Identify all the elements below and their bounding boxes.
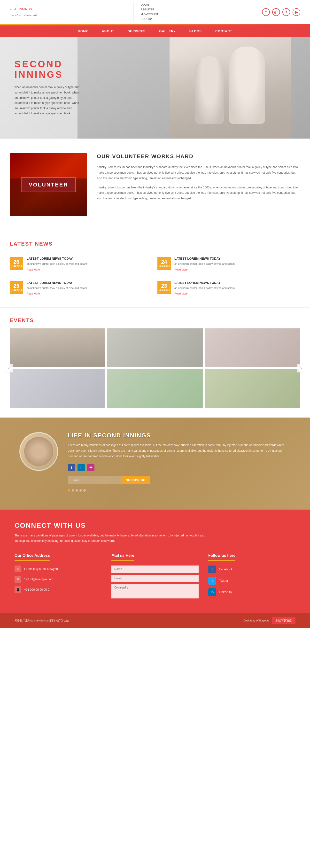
youtube-icon-top[interactable]: ▶	[292, 8, 300, 16]
office-email-item: ✉ 123 int@example.com	[14, 576, 102, 583]
news-headline-3: LATEST LOREM NEWS TODAY	[27, 281, 153, 285]
life-title: LIFE IN SECOND INNINGS	[68, 432, 290, 439]
nav-blogs[interactable]: BLOGS	[183, 25, 209, 37]
footer-right: Design by W3Layouts 剩以下载预览	[243, 617, 296, 624]
news-body-4: LATEST LOREM NEWS TODAY an unknown print…	[175, 281, 300, 296]
life-section: LIFE IN SECOND INNINGS There are many va…	[0, 417, 310, 509]
mail-name-input[interactable]	[112, 565, 198, 573]
events-section-title: EVENTS	[10, 317, 300, 323]
mail-form	[112, 565, 198, 601]
news-excerpt-2: an unknown printer took a galley of type…	[175, 262, 300, 266]
facebook-follow-icon: f	[208, 565, 216, 573]
news-excerpt-4: an unknown printer took a galley of type…	[175, 286, 300, 290]
news-item-2: 24 DEC,2014 LATEST LOREM NEWS TODAY an u…	[157, 254, 300, 274]
my-account-link[interactable]: MY ACCOUNT	[141, 12, 158, 17]
news-excerpt-1: an unknown printer took a galley of type…	[27, 262, 153, 266]
life-dot-3[interactable]	[75, 489, 78, 492]
follow-linkedin[interactable]: in Linked In	[208, 588, 296, 596]
volunteer-label: VOLUNTEER	[21, 177, 76, 192]
life-dot-1[interactable]	[68, 489, 70, 492]
events-next-arrow[interactable]: ›	[297, 364, 305, 372]
follow-facebook[interactable]: f Facebook	[208, 565, 296, 573]
volunteer-content: OUR VOLUNTEER WORKS HARD ndustry. Lorem …	[97, 153, 300, 205]
nav-contact[interactable]: CONTACT	[209, 25, 239, 37]
news-month-2: DEC,2014	[158, 265, 169, 268]
news-month-4: DEC,2014	[158, 289, 169, 291]
connect-text: There are many variations of passages of…	[14, 533, 208, 544]
phone-icon: 📱	[14, 586, 21, 593]
connect-title: CONNECT WITH US	[14, 522, 296, 529]
hero-title: SECOND INNINGS	[14, 59, 82, 80]
footer-left-text: 网络推广定制box.denleo.com/网络推广怎么做	[14, 619, 69, 622]
nav-gallery[interactable]: GALLERY	[152, 25, 183, 37]
logo-tagline: life after retirement	[10, 14, 37, 17]
footer-design-text: Design by W3Layouts	[243, 619, 269, 622]
nav-about[interactable]: ABOUT	[95, 25, 121, 37]
news-read-more-3[interactable]: Read More	[27, 292, 40, 295]
event-image-1	[10, 329, 105, 367]
main-nav: HOME ABOUT SERVICES GALLERY BLOGS CONTAC…	[0, 25, 310, 37]
news-day-1: 26	[13, 259, 19, 265]
mail-email-input[interactable]	[112, 575, 198, 582]
hero-section: SECOND INNINGS when an unknown printer t…	[0, 37, 310, 138]
events-prev-arrow[interactable]: ‹	[5, 364, 13, 372]
footer-download-button[interactable]: 剩以下载预览	[272, 617, 296, 624]
couple-image	[169, 37, 290, 138]
event-image-3	[205, 329, 300, 367]
life-dot-5[interactable]	[83, 489, 86, 492]
news-day-2: 24	[161, 259, 167, 265]
news-read-more-1[interactable]: Read More	[27, 268, 40, 271]
follow-us-title: Follow us here	[208, 553, 236, 561]
register-link[interactable]: REGISTER	[141, 7, 154, 12]
follow-twitter[interactable]: t Twitter	[208, 577, 296, 585]
volunteer-title: OUR VOLUNTEER WORKS HARD	[97, 153, 300, 160]
nav-services[interactable]: SERVICES	[121, 25, 153, 37]
hero-content: SECOND INNINGS when an unknown printer t…	[0, 44, 97, 131]
events-section: EVENTS ‹ ›	[0, 308, 310, 417]
office-address-col: Our Office Address ⌂ Lorem ipsy street,N…	[14, 553, 102, 601]
email-icon: ✉	[14, 576, 21, 583]
hero-image-area	[78, 37, 310, 138]
footer: 网络推广定制box.denleo.com/网络推广怎么做 Design by W…	[0, 613, 310, 628]
news-item-4: 23 DEC,2014 LATEST LOREM NEWS TODAY an u…	[157, 279, 300, 298]
volunteer-paragraph-1: ndustry. Lorem Ipsum has been the indust…	[97, 164, 300, 181]
hero-text: when an unknown printer took a galley of…	[14, 85, 82, 116]
life-facebook-icon[interactable]: f	[68, 464, 75, 471]
google-plus-icon-top[interactable]: g+	[272, 8, 280, 16]
news-date-1: 26 DEC,2014	[10, 257, 23, 270]
mail-comments-input[interactable]	[112, 584, 198, 598]
enquiry-link[interactable]: ENQUIRY	[141, 17, 153, 22]
nav-home[interactable]: HOME	[71, 25, 95, 37]
life-email-input[interactable]	[68, 476, 121, 485]
news-body-3: LATEST LOREM NEWS TODAY an unknown print…	[27, 281, 153, 296]
twitter-icon-top[interactable]: t	[282, 8, 290, 16]
volunteer-section: VOLUNTEER OUR VOLUNTEER WORKS HARD ndust…	[0, 139, 310, 231]
login-link[interactable]: LOGIN	[141, 2, 149, 7]
news-headline-2: LATEST LOREM NEWS TODAY	[175, 257, 300, 260]
facebook-follow-label: Facebook	[219, 567, 233, 571]
follow-us-col: Follow us here f Facebook t Twitter in L…	[208, 553, 296, 601]
event-image-4	[10, 369, 105, 408]
life-dot-2[interactable]	[72, 489, 74, 492]
news-date-2: 24 DEC,2014	[157, 257, 171, 270]
life-linkedin-icon[interactable]: in	[78, 464, 85, 471]
life-avatar	[20, 432, 58, 471]
news-read-more-2[interactable]: Read More	[175, 268, 187, 271]
news-grid: 26 DEC,2014 LATEST LOREM NEWS TODAY an u…	[10, 254, 300, 298]
news-read-more-4[interactable]: Read More	[175, 292, 187, 295]
logo-nd: nd	[13, 8, 16, 11]
linkedin-follow-icon: in	[208, 588, 216, 596]
volunteer-image: VOLUNTEER	[10, 153, 87, 216]
life-dot-4[interactable]	[80, 489, 82, 492]
subscribe-button[interactable]: SUBSCRIBE	[121, 476, 150, 485]
latest-news-section: LATEST NEWS 26 DEC,2014 LATEST LOREM NEW…	[0, 231, 310, 307]
facebook-icon-top[interactable]: f	[262, 8, 270, 16]
life-instagram-icon[interactable]: ☀	[87, 464, 94, 471]
connect-section: CONNECT WITH US There are many variation…	[0, 509, 310, 613]
avatar-face	[24, 437, 53, 466]
office-address-item: ⌂ Lorem ipsy street,Newyork	[14, 565, 102, 572]
mail-us-title: Mail us Here	[112, 553, 134, 561]
news-day-3: 25	[13, 283, 19, 289]
news-date-4: 23 DEC,2014	[157, 281, 171, 294]
hero-background	[78, 37, 310, 138]
